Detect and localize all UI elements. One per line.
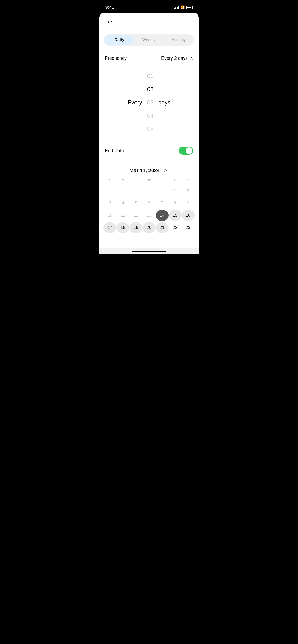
home-indicator — [99, 248, 199, 254]
home-bar — [132, 251, 166, 252]
calendar-next-button[interactable]: > — [162, 167, 169, 174]
cal-day-20[interactable]: 20 — [142, 222, 155, 233]
day-header-f: F — [169, 176, 182, 183]
picker-prefix-label: Every — [128, 96, 142, 109]
cal-day-16[interactable]: 16 — [182, 210, 195, 221]
cal-day-2[interactable]: 2 — [182, 185, 195, 197]
day-header-w: W — [142, 176, 155, 183]
calendar-grid: S M T W T F S — [103, 176, 195, 233]
cal-day-7[interactable]: 7 — [156, 198, 169, 209]
cal-day-18[interactable]: 18 — [116, 222, 129, 233]
cal-empty-2 — [116, 185, 129, 197]
day-header-s2: S — [182, 176, 195, 183]
cal-day-14-today[interactable]: 14 — [156, 210, 169, 221]
picker-num-04: 04 — [147, 109, 153, 122]
wifi-icon: 📶 — [180, 5, 185, 9]
cal-day-5[interactable]: 5 — [129, 198, 142, 209]
cal-day-6[interactable]: 6 — [142, 198, 155, 209]
cal-day-17[interactable]: 17 — [103, 222, 116, 233]
picker-columns: Every 01 02 03 04 05 days — [99, 69, 199, 136]
status-bar: 9:41 📶 — [99, 0, 199, 13]
cal-empty-1 — [103, 185, 116, 197]
tab-group: Daily Weekly Monthly — [104, 34, 194, 46]
day-header-m: M — [116, 176, 129, 183]
cal-day-23[interactable]: 23 — [182, 222, 195, 233]
cal-day-22[interactable]: 22 — [169, 222, 182, 233]
tab-weekly[interactable]: Weekly — [134, 35, 164, 45]
cal-day-10[interactable]: 10 — [103, 210, 116, 221]
end-date-toggle[interactable] — [179, 147, 193, 155]
picker-suffix-col: days — [153, 96, 175, 109]
signal-icon — [174, 6, 179, 9]
frequency-row[interactable]: Frequency Every 2 days ∧ — [99, 50, 199, 67]
calendar-title: Mar 11, 2024 — [129, 168, 160, 173]
cal-empty-5 — [156, 185, 169, 197]
cal-empty-3 — [129, 185, 142, 197]
phone-container: 9:41 📶 ↩ Daily Weekly — [99, 0, 199, 254]
cal-day-3[interactable]: 3 — [103, 198, 116, 209]
cal-day-12[interactable]: 12 — [129, 210, 142, 221]
screen: ↩ Daily Weekly Monthly Frequency Every 2… — [99, 13, 199, 254]
cal-day-19[interactable]: 19 — [129, 222, 142, 233]
cal-day-11[interactable]: 11 — [116, 210, 129, 221]
cal-day-4[interactable]: 4 — [116, 198, 129, 209]
tab-row: Daily Weekly Monthly — [99, 30, 199, 50]
header: ↩ — [99, 13, 199, 30]
cal-day-1[interactable]: 1 — [169, 185, 182, 197]
day-headers: S M T W T F S — [103, 176, 195, 183]
battery-fill — [187, 7, 191, 8]
day-header-t1: T — [129, 176, 142, 183]
cal-day-15[interactable]: 15 — [169, 210, 182, 221]
picker-suffix-label: days — [158, 96, 170, 109]
picker-num-05: 05 — [147, 122, 153, 136]
day-header-t2: T — [156, 176, 169, 183]
back-button[interactable]: ↩ — [105, 17, 114, 26]
status-icons: 📶 — [174, 5, 193, 9]
cal-day-9[interactable]: 9 — [182, 198, 195, 209]
frequency-label: Frequency — [105, 56, 127, 61]
status-time: 9:41 — [105, 5, 114, 10]
picker-num-01: 01 — [147, 69, 153, 83]
day-header-s1: S — [103, 176, 116, 183]
battery-icon — [186, 6, 193, 9]
picker-number-col[interactable]: 01 02 03 04 05 — [147, 69, 153, 136]
frequency-value-text: Every 2 days — [161, 56, 188, 61]
end-date-label: End Date — [105, 148, 124, 153]
picker-prefix-col: Every — [123, 96, 147, 109]
tab-daily[interactable]: Daily — [105, 35, 134, 45]
chevron-up-icon: ∧ — [190, 55, 193, 61]
cal-day-21[interactable]: 21 — [156, 222, 169, 233]
calendar-days: 1 2 3 4 5 6 7 8 9 10 11 12 1 — [103, 185, 195, 233]
back-arrow-icon: ↩ — [107, 19, 112, 25]
picker-num-02: 02 — [147, 83, 153, 96]
end-date-row: End Date — [99, 141, 199, 160]
frequency-value[interactable]: Every 2 days ∧ — [161, 55, 193, 61]
picker-num-03: 03 — [147, 96, 153, 109]
calendar-section: Mar 11, 2024 > S M T W T F S — [99, 160, 199, 238]
cal-day-13[interactable]: 13 — [142, 210, 155, 221]
frequency-picker[interactable]: Every 01 02 03 04 05 days — [99, 67, 199, 141]
cal-day-8[interactable]: 8 — [169, 198, 182, 209]
calendar-header: Mar 11, 2024 > — [103, 163, 195, 176]
content-area: ↩ Daily Weekly Monthly Frequency Every 2… — [99, 13, 199, 248]
cal-empty-4 — [142, 185, 155, 197]
toggle-knob — [186, 147, 192, 154]
tab-monthly[interactable]: Monthly — [164, 35, 193, 45]
